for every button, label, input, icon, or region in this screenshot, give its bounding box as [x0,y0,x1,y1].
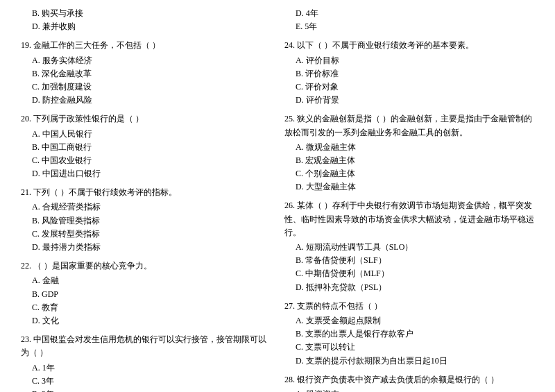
q20-option-b: B. 中国工商银行 [21,141,271,154]
columns-layout: B. 购买与承接 D. 兼并收购 19. 金融工作的三大任务，不包括（ ） A.… [21,7,534,392]
q26-option-d: D. 抵押补充贷款（PSL） [284,281,534,294]
q19-option-b: B. 深化金融改革 [21,67,271,80]
option-d-merger: D. 兼并收购 [21,20,271,33]
question-25-title: 25. 狭义的金融创新是指（ ）的金融创新，主要是指由于金融管制的放松而引发的一… [284,112,534,139]
q21-option-b: B. 风险管理类指标 [21,214,271,228]
q19-option-a: A. 服务实体经济 [21,54,271,67]
question-block-23: 23. 中国银监会对发生信用危机的银行可以实行接管，接管期限可以为（ ） A. … [21,333,271,392]
q25-option-d: D. 大型金融主体 [284,180,534,194]
right-column: D. 4年 E. 5年 24. 以下（ ）不属于商业银行绩效考评的基本要素。 A… [284,7,534,392]
question-21-title: 21. 下列（ ）不属于银行绩效考评的指标。 [21,186,271,199]
question-27-title: 27. 支票的特点不包括（ ） [284,300,534,313]
q24-option-b: B. 评价标准 [284,67,534,80]
question-22-title: 22. （ ）是国家重要的核心竞争力。 [21,259,271,273]
question-block-28: 28. 银行资产负债表中资产减去负债后的余额是银行的（ ） A. 股资资本 [284,373,534,392]
q21-option-c: C. 发展转型类指标 [21,228,271,241]
q23-option-a: A. 1年 [21,361,271,375]
question-19-title: 19. 金融工作的三大任务，不包括（ ） [21,39,271,52]
q27-option-b: B. 支票的出票人是银行存款客户 [284,327,534,341]
q22-option-a: A. 金融 [21,274,271,287]
q22-option-b: B. GDP [21,288,271,301]
question-20-title: 20. 下列属于政策性银行的是（ ） [21,112,271,126]
question-24-title: 24. 以下（ ）不属于商业银行绩效考评的基本要素。 [284,39,534,52]
q27-option-a: A. 支票受金额起点限制 [284,314,534,327]
q20-option-c: C. 中国农业银行 [21,154,271,167]
question-block-prev-right: D. 4年 E. 5年 [284,7,534,33]
question-28-title: 28. 银行资产负债表中资产减去负债后的余额是银行的（ ） [284,373,534,386]
question-block-27: 27. 支票的特点不包括（ ） A. 支票受金额起点限制 B. 支票的出票人是银… [284,300,534,368]
option-e-5year: E. 5年 [284,20,534,33]
q21-option-a: A. 合规经营类指标 [21,201,271,214]
q25-option-a: A. 微观金融主体 [284,141,534,154]
q26-option-a: A. 短期流动性调节工具（SLO） [284,241,534,254]
q27-option-d: D. 支票的提示付款期限为自出票日起10日 [284,355,534,368]
question-block-prev-left: B. 购买与承接 D. 兼并收购 [21,7,271,33]
q20-option-a: A. 中国人民银行 [21,128,271,141]
left-column: B. 购买与承接 D. 兼并收购 19. 金融工作的三大任务，不包括（ ） A.… [21,7,271,392]
question-block-25: 25. 狭义的金融创新是指（ ）的金融创新，主要是指由于金融管制的放松而引发的一… [284,112,534,194]
question-block-22: 22. （ ）是国家重要的核心竞争力。 A. 金融 B. GDP C. 教育 D… [21,259,271,327]
q22-option-c: C. 教育 [21,301,271,314]
question-23-title: 23. 中国银监会对发生信用危机的银行可以实行接管，接管期限可以为（ ） [21,333,271,359]
q25-option-b: B. 宏观金融主体 [284,154,534,167]
q26-option-b: B. 常备借贷便利（SLF） [284,254,534,267]
q19-option-c: C. 加强制度建设 [21,80,271,94]
q24-option-c: C. 评价对象 [284,80,534,94]
question-block-20: 20. 下列属于政策性银行的是（ ） A. 中国人民银行 B. 中国工商银行 C… [21,112,271,180]
q27-option-c: C. 支票可以转让 [284,341,534,354]
q21-option-d: D. 最持潜力类指标 [21,241,271,254]
question-block-24: 24. 以下（ ）不属于商业银行绩效考评的基本要素。 A. 评价目标 B. 评价… [284,39,534,107]
q28-option-a: A. 股资资本 [284,388,534,392]
q23-option-c: C. 3年 [21,375,271,388]
option-d-4year: D. 4年 [284,7,534,20]
q25-option-c: C. 个别金融主体 [284,167,534,180]
question-26-title: 26. 某体（ ）存利于中央银行有效调节市场短期资金供给，概平突发性、临时性因素… [284,199,534,239]
q19-option-d: D. 防控金融风险 [21,94,271,107]
q23-option-b: B. 2年 [21,388,271,392]
q20-option-d: D. 中国进出口银行 [21,167,271,180]
q24-option-a: A. 评价目标 [284,54,534,67]
q24-option-d: D. 评价背景 [284,94,534,107]
question-block-19: 19. 金融工作的三大任务，不包括（ ） A. 服务实体经济 B. 深化金融改革… [21,39,271,107]
question-block-21: 21. 下列（ ）不属于银行绩效考评的指标。 A. 合规经营类指标 B. 风险管… [21,186,271,254]
question-block-26: 26. 某体（ ）存利于中央银行有效调节市场短期资金供给，概平突发性、临时性因素… [284,199,534,293]
q26-option-c: C. 中期借贷便利（MLF） [284,267,534,280]
page-container: B. 购买与承接 D. 兼并收购 19. 金融工作的三大任务，不包括（ ） A.… [21,7,534,392]
option-b-purchase: B. 购买与承接 [21,7,271,20]
q22-option-d: D. 文化 [21,314,271,327]
